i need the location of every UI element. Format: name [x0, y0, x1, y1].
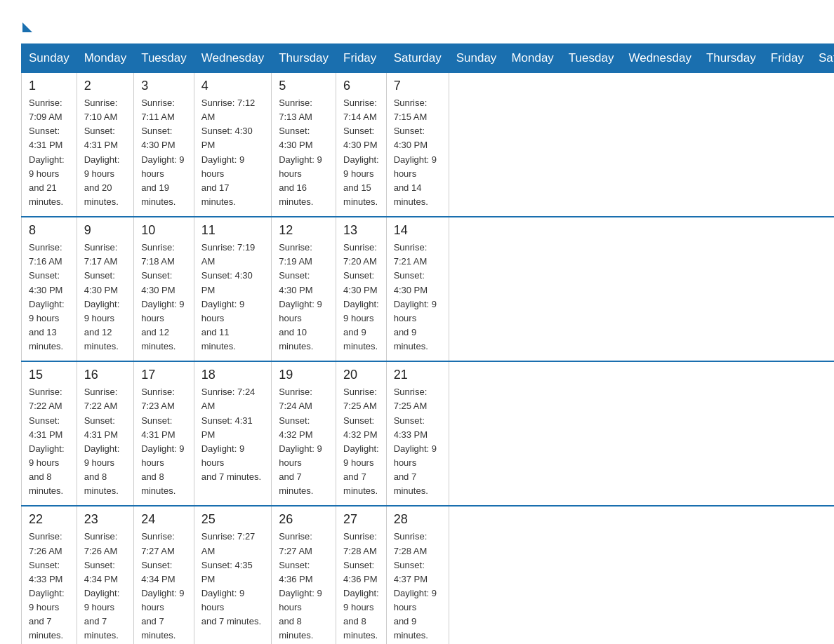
day-info: Sunrise: 7:09 AM Sunset: 4:31 PM Dayligh…: [29, 96, 70, 209]
day-number: 12: [279, 223, 329, 238]
calendar-table: SundayMondayTuesdayWednesdayThursdayFrid…: [21, 43, 834, 644]
day-info: Sunrise: 7:17 AM Sunset: 4:30 PM Dayligh…: [84, 241, 126, 354]
calendar-cell: 21Sunrise: 7:25 AM Sunset: 4:33 PM Dayli…: [386, 361, 449, 506]
day-info: Sunrise: 7:15 AM Sunset: 4:30 PM Dayligh…: [394, 96, 442, 209]
day-info: Sunrise: 7:28 AM Sunset: 4:37 PM Dayligh…: [394, 530, 442, 643]
day-info: Sunrise: 7:24 AM Sunset: 4:32 PM Dayligh…: [279, 385, 329, 498]
week-row-4: 22Sunrise: 7:26 AM Sunset: 4:33 PM Dayli…: [22, 506, 835, 644]
day-info: Sunrise: 7:27 AM Sunset: 4:36 PM Dayligh…: [279, 530, 329, 643]
day-number: 20: [343, 368, 379, 382]
calendar-cell: 2Sunrise: 7:10 AM Sunset: 4:31 PM Daylig…: [77, 73, 133, 217]
day-number: 16: [84, 368, 126, 382]
day-number: 28: [394, 512, 442, 527]
header-saturday: Saturday: [386, 44, 449, 73]
header-sunday: Sunday: [22, 44, 77, 73]
day-number: 9: [84, 223, 126, 238]
header-friday: Friday: [336, 44, 387, 73]
day-info: Sunrise: 7:11 AM Sunset: 4:30 PM Dayligh…: [141, 96, 187, 209]
col-header-saturday: Saturday: [812, 44, 834, 73]
calendar-cell: 19Sunrise: 7:24 AM Sunset: 4:32 PM Dayli…: [272, 361, 336, 506]
day-number: 27: [343, 512, 379, 527]
calendar-cell: 1Sunrise: 7:09 AM Sunset: 4:31 PM Daylig…: [22, 73, 77, 217]
day-number: 14: [394, 223, 442, 238]
day-info: Sunrise: 7:24 AM Sunset: 4:31 PM Dayligh…: [201, 385, 264, 484]
day-info: Sunrise: 7:27 AM Sunset: 4:35 PM Dayligh…: [201, 530, 264, 629]
calendar-cell: 13Sunrise: 7:20 AM Sunset: 4:30 PM Dayli…: [336, 217, 387, 361]
col-header-monday: Monday: [504, 44, 561, 73]
calendar-cell: 10Sunrise: 7:18 AM Sunset: 4:30 PM Dayli…: [134, 217, 194, 361]
day-info: Sunrise: 7:18 AM Sunset: 4:30 PM Dayligh…: [141, 241, 187, 354]
day-number: 11: [201, 223, 264, 238]
calendar-cell: 7Sunrise: 7:15 AM Sunset: 4:30 PM Daylig…: [386, 73, 449, 217]
calendar-cell: 11Sunrise: 7:19 AM Sunset: 4:30 PM Dayli…: [194, 217, 271, 361]
calendar-cell: 26Sunrise: 7:27 AM Sunset: 4:36 PM Dayli…: [272, 506, 336, 644]
day-number: 15: [29, 368, 70, 382]
day-number: 2: [84, 79, 126, 93]
col-header-wednesday: Wednesday: [621, 44, 699, 73]
week-row-2: 8Sunrise: 7:16 AM Sunset: 4:30 PM Daylig…: [22, 217, 835, 361]
day-info: Sunrise: 7:19 AM Sunset: 4:30 PM Dayligh…: [201, 241, 264, 354]
calendar-cell: 22Sunrise: 7:26 AM Sunset: 4:33 PM Dayli…: [22, 506, 77, 644]
calendar-cell: 18Sunrise: 7:24 AM Sunset: 4:31 PM Dayli…: [194, 361, 271, 506]
logo-arrow-icon: [22, 22, 32, 32]
header-thursday: Thursday: [272, 44, 336, 73]
calendar-cell: 16Sunrise: 7:22 AM Sunset: 4:31 PM Dayli…: [77, 361, 133, 506]
day-info: Sunrise: 7:16 AM Sunset: 4:30 PM Dayligh…: [29, 241, 70, 354]
day-info: Sunrise: 7:28 AM Sunset: 4:36 PM Dayligh…: [343, 530, 379, 643]
page-header: [21, 14, 813, 29]
header-wednesday: Wednesday: [194, 44, 271, 73]
day-info: Sunrise: 7:13 AM Sunset: 4:30 PM Dayligh…: [279, 96, 329, 209]
day-info: Sunrise: 7:25 AM Sunset: 4:32 PM Dayligh…: [343, 385, 379, 498]
day-info: Sunrise: 7:21 AM Sunset: 4:30 PM Dayligh…: [394, 241, 442, 354]
day-number: 6: [343, 79, 379, 93]
calendar-cell: 24Sunrise: 7:27 AM Sunset: 4:34 PM Dayli…: [134, 506, 194, 644]
day-number: 26: [279, 512, 329, 527]
week-row-1: 1Sunrise: 7:09 AM Sunset: 4:31 PM Daylig…: [22, 73, 835, 217]
day-number: 13: [343, 223, 379, 238]
day-number: 23: [84, 512, 126, 527]
day-info: Sunrise: 7:14 AM Sunset: 4:30 PM Dayligh…: [343, 96, 379, 209]
col-header-tuesday: Tuesday: [561, 44, 621, 73]
day-number: 24: [141, 512, 187, 527]
calendar-cell: 25Sunrise: 7:27 AM Sunset: 4:35 PM Dayli…: [194, 506, 271, 644]
calendar-cell: 4Sunrise: 7:12 AM Sunset: 4:30 PM Daylig…: [194, 73, 271, 217]
col-header-sunday: Sunday: [449, 44, 504, 73]
calendar-cell: 17Sunrise: 7:23 AM Sunset: 4:31 PM Dayli…: [134, 361, 194, 506]
day-info: Sunrise: 7:20 AM Sunset: 4:30 PM Dayligh…: [343, 241, 379, 354]
day-info: Sunrise: 7:23 AM Sunset: 4:31 PM Dayligh…: [141, 385, 187, 498]
day-number: 21: [394, 368, 442, 382]
day-info: Sunrise: 7:10 AM Sunset: 4:31 PM Dayligh…: [84, 96, 126, 209]
day-info: Sunrise: 7:22 AM Sunset: 4:31 PM Dayligh…: [29, 385, 70, 498]
day-info: Sunrise: 7:26 AM Sunset: 4:33 PM Dayligh…: [29, 530, 70, 643]
calendar-cell: 23Sunrise: 7:26 AM Sunset: 4:34 PM Dayli…: [77, 506, 133, 644]
day-info: Sunrise: 7:22 AM Sunset: 4:31 PM Dayligh…: [84, 385, 126, 498]
day-number: 17: [141, 368, 187, 382]
logo: [21, 14, 32, 29]
calendar-cell: 9Sunrise: 7:17 AM Sunset: 4:30 PM Daylig…: [77, 217, 133, 361]
calendar-cell: 28Sunrise: 7:28 AM Sunset: 4:37 PM Dayli…: [386, 506, 449, 644]
day-info: Sunrise: 7:12 AM Sunset: 4:30 PM Dayligh…: [201, 96, 264, 209]
calendar-cell: 15Sunrise: 7:22 AM Sunset: 4:31 PM Dayli…: [22, 361, 77, 506]
day-number: 10: [141, 223, 187, 238]
week-row-3: 15Sunrise: 7:22 AM Sunset: 4:31 PM Dayli…: [22, 361, 835, 506]
header-tuesday: Tuesday: [134, 44, 194, 73]
day-number: 4: [201, 79, 264, 93]
day-number: 25: [201, 512, 264, 527]
calendar-cell: 8Sunrise: 7:16 AM Sunset: 4:30 PM Daylig…: [22, 217, 77, 361]
day-number: 1: [29, 79, 70, 93]
header-monday: Monday: [77, 44, 133, 73]
calendar-cell: 3Sunrise: 7:11 AM Sunset: 4:30 PM Daylig…: [134, 73, 194, 217]
day-number: 8: [29, 223, 70, 238]
calendar-header-row: SundayMondayTuesdayWednesdayThursdayFrid…: [22, 44, 835, 73]
day-number: 18: [201, 368, 264, 382]
calendar-cell: 27Sunrise: 7:28 AM Sunset: 4:36 PM Dayli…: [336, 506, 387, 644]
day-number: 22: [29, 512, 70, 527]
day-info: Sunrise: 7:26 AM Sunset: 4:34 PM Dayligh…: [84, 530, 126, 643]
calendar-cell: 5Sunrise: 7:13 AM Sunset: 4:30 PM Daylig…: [272, 73, 336, 217]
calendar-cell: 14Sunrise: 7:21 AM Sunset: 4:30 PM Dayli…: [386, 217, 449, 361]
day-info: Sunrise: 7:19 AM Sunset: 4:30 PM Dayligh…: [279, 241, 329, 354]
day-info: Sunrise: 7:25 AM Sunset: 4:33 PM Dayligh…: [394, 385, 442, 498]
col-header-friday: Friday: [763, 44, 811, 73]
day-number: 19: [279, 368, 329, 382]
day-number: 3: [141, 79, 187, 93]
